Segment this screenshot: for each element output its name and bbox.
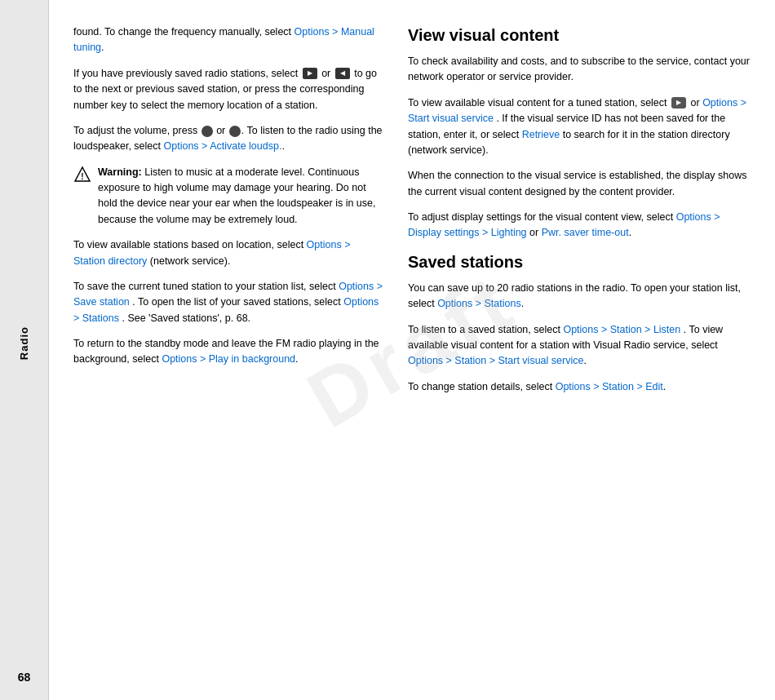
options-retrieve[interactable]: Retrieve [522, 129, 560, 140]
next-station-icon [303, 68, 317, 79]
prev-station-icon [335, 68, 350, 79]
options-pwr-saver[interactable]: Pwr. saver time-out [542, 227, 629, 238]
options-station-edit[interactable]: Options > Station > Edit [556, 381, 663, 392]
para-found: found. To change the frequency manually,… [73, 24, 383, 56]
page-container: Draft found. To change the frequency man… [49, 0, 775, 700]
vol-up-icon [202, 126, 213, 137]
options-play-background[interactable]: Options > Play in background [162, 353, 295, 365]
para-station-directory: To view available stations based on loca… [73, 237, 383, 269]
warning-text: Warning: Listen to music at a moderate l… [98, 165, 383, 228]
svg-text:!: ! [81, 171, 83, 180]
para-change-station-details: To change station details, select Option… [408, 379, 751, 395]
warning-icon: ! [73, 166, 91, 184]
para-volume: To adjust the volume, press or . To list… [73, 123, 383, 155]
para-save-20-stations: You can save up to 20 radio stations in … [408, 281, 751, 312]
vol-down-icon [229, 126, 241, 137]
para-saved-stations: If you have previously saved radio stati… [73, 66, 383, 113]
visual-content-icon [671, 97, 686, 109]
para-display-settings: To adjust display settings for the visua… [408, 210, 751, 241]
para-connection-established: When the connection to the visual servic… [408, 168, 751, 200]
options-station-start-visual[interactable]: Options > Station > Start visual service [408, 355, 583, 366]
main-content: found. To change the frequency manually,… [49, 0, 775, 700]
options-station-listen[interactable]: Options > Station > Listen [563, 324, 680, 335]
para-view-visual-content: To view available visual content for a t… [408, 95, 751, 159]
right-column: View visual content To check availabilit… [408, 24, 751, 684]
para-play-background: To return to the standby mode and leave … [73, 336, 383, 368]
left-column: found. To change the frequency manually,… [73, 24, 383, 684]
options-stations-saved[interactable]: Options > Stations [437, 298, 521, 309]
heading-view-visual-content: View visual content [408, 24, 751, 46]
options-activate-loudsp[interactable]: Options > Activate loudsp. [164, 140, 282, 152]
heading-saved-stations: Saved stations [408, 251, 751, 272]
para-listen-saved: To listen to a saved station, select Opt… [408, 322, 751, 370]
sidebar-label: Radio [18, 326, 30, 360]
para-save-station: To save the current tuned station to you… [73, 279, 383, 326]
warning-title: Warning: [98, 166, 142, 178]
sidebar: Radio 68 [0, 0, 49, 700]
para-check-availability: To check availability and costs, and to … [408, 54, 751, 86]
warning-box: ! Warning: Listen to music at a moderate… [73, 165, 383, 228]
page-number: 68 [18, 671, 31, 684]
